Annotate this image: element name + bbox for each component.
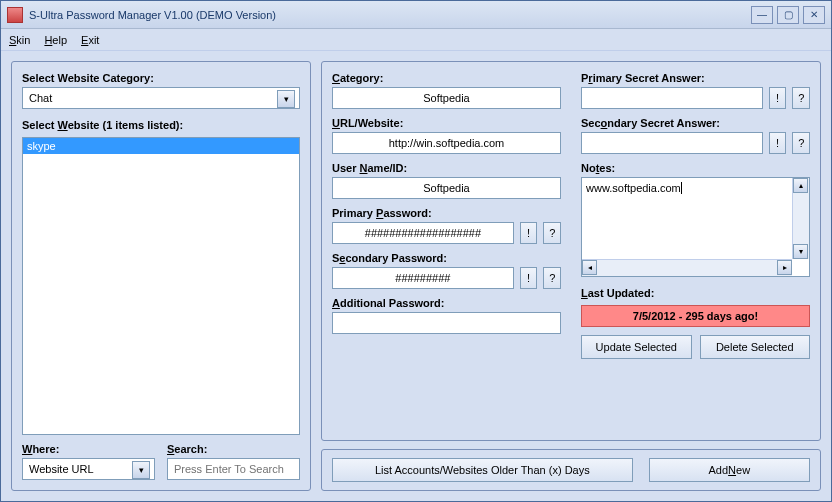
- menu-exit[interactable]: Exit: [81, 34, 99, 46]
- primary-pw-label: Primary Password:: [332, 207, 561, 219]
- left-panel: Select Website Category: Chat Select Web…: [11, 61, 311, 491]
- username-field-label: User Name/ID:: [332, 162, 561, 174]
- window-title: S-Ultra Password Manager V1.00 (DEMO Ver…: [29, 9, 751, 21]
- scroll-down-icon[interactable]: ▾: [793, 244, 808, 259]
- primary-answer-reveal-button[interactable]: !: [769, 87, 787, 109]
- list-item[interactable]: skype: [23, 138, 299, 154]
- scrollbar-vertical[interactable]: ▴ ▾: [792, 178, 809, 259]
- primary-pw-input[interactable]: [332, 222, 514, 244]
- secondary-answer-help-button[interactable]: ?: [792, 132, 810, 154]
- category-field-label: Category:: [332, 72, 561, 84]
- delete-selected-button[interactable]: Delete Selected: [700, 335, 811, 359]
- list-old-accounts-button[interactable]: List Accounts/Websites Older Than (x) Da…: [332, 458, 633, 482]
- footer-panel: List Accounts/Websites Older Than (x) Da…: [321, 449, 821, 491]
- maximize-button[interactable]: ▢: [777, 6, 799, 24]
- right-panel: Category: URL/Website: User Name/ID: Pri…: [321, 61, 821, 491]
- form-right-column: Primary Secret Answer: ! ? Secondary Sec…: [581, 72, 810, 430]
- search-label: Search:: [167, 443, 300, 455]
- primary-pw-reveal-button[interactable]: !: [520, 222, 538, 244]
- category-input[interactable]: [332, 87, 561, 109]
- notes-text: www.softpedia.com: [586, 182, 681, 194]
- form-left-column: Category: URL/Website: User Name/ID: Pri…: [332, 72, 561, 430]
- primary-answer-input[interactable]: [581, 87, 763, 109]
- add-new-button[interactable]: Add New: [649, 458, 810, 482]
- secondary-answer-input[interactable]: [581, 132, 763, 154]
- notes-textarea[interactable]: www.softpedia.com ▴ ▾ ◂ ▸: [581, 177, 810, 277]
- last-updated-label: Last Updated:: [581, 287, 810, 299]
- secondary-answer-label: Secondary Secret Answer:: [581, 117, 810, 129]
- secondary-answer-reveal-button[interactable]: !: [769, 132, 787, 154]
- scroll-up-icon[interactable]: ▴: [793, 178, 808, 193]
- website-listbox[interactable]: skype: [22, 137, 300, 435]
- scroll-left-icon[interactable]: ◂: [582, 260, 597, 275]
- additional-pw-input[interactable]: [332, 312, 561, 334]
- where-combo[interactable]: Website URL: [22, 458, 155, 480]
- titlebar: S-Ultra Password Manager V1.00 (DEMO Ver…: [1, 1, 831, 29]
- form-panel: Category: URL/Website: User Name/ID: Pri…: [321, 61, 821, 441]
- url-input[interactable]: [332, 132, 561, 154]
- menu-help[interactable]: Help: [44, 34, 67, 46]
- secondary-pw-label: Secondary Password:: [332, 252, 561, 264]
- additional-pw-label: Additional Password:: [332, 297, 561, 309]
- minimize-button[interactable]: —: [751, 6, 773, 24]
- secondary-pw-input[interactable]: [332, 267, 514, 289]
- search-input[interactable]: [167, 458, 300, 480]
- scrollbar-horizontal[interactable]: ◂ ▸: [582, 259, 792, 276]
- where-label: Where:: [22, 443, 155, 455]
- primary-pw-help-button[interactable]: ?: [543, 222, 561, 244]
- primary-answer-help-button[interactable]: ?: [792, 87, 810, 109]
- close-button[interactable]: ✕: [803, 6, 825, 24]
- app-icon: [7, 7, 23, 23]
- content: Select Website Category: Chat Select Web…: [1, 51, 831, 501]
- secondary-pw-reveal-button[interactable]: !: [520, 267, 538, 289]
- website-list-label: Select Website (1 items listed):: [22, 119, 300, 131]
- primary-answer-label: Primary Secret Answer:: [581, 72, 810, 84]
- username-input[interactable]: [332, 177, 561, 199]
- update-selected-button[interactable]: Update Selected: [581, 335, 692, 359]
- category-combo[interactable]: Chat: [22, 87, 300, 109]
- scroll-right-icon[interactable]: ▸: [777, 260, 792, 275]
- secondary-pw-help-button[interactable]: ?: [543, 267, 561, 289]
- url-field-label: URL/Website:: [332, 117, 561, 129]
- notes-label: Notes:: [581, 162, 810, 174]
- category-value: Chat: [29, 92, 52, 104]
- window: S-Ultra Password Manager V1.00 (DEMO Ver…: [0, 0, 832, 502]
- menubar: Skin Help Exit: [1, 29, 831, 51]
- menu-skin[interactable]: Skin: [9, 34, 30, 46]
- category-label: Select Website Category:: [22, 72, 300, 84]
- last-updated-value: 7/5/2012 - 295 days ago!: [581, 305, 810, 327]
- where-value: Website URL: [29, 463, 94, 475]
